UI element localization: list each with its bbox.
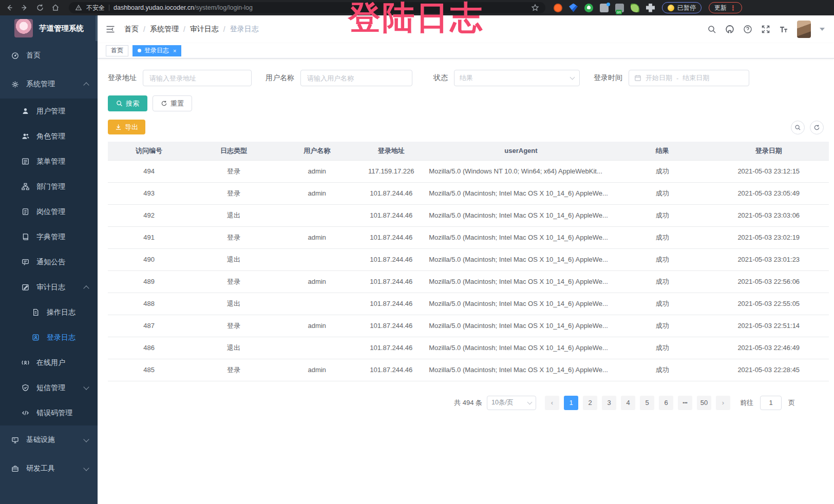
table-row[interactable]: 491登录admin101.87.244.46Mozilla/5.0 (Maci… (108, 226, 829, 248)
table-row[interactable]: 494登录admin117.159.17.226Mozilla/5.0 (Win… (108, 160, 829, 182)
profile-paused-chip[interactable]: 已暂停 (662, 2, 702, 13)
refresh-table-button[interactable] (810, 121, 824, 134)
bookmark-star-icon[interactable] (531, 4, 539, 12)
extension-icon-list[interactable]: on (615, 4, 624, 12)
chevron-down-icon (527, 399, 533, 404)
page-size-select[interactable]: 10条/页 (487, 396, 536, 410)
download-icon (115, 124, 122, 130)
tag-close-icon[interactable]: × (173, 48, 176, 54)
search-icon[interactable] (707, 25, 716, 34)
sidebar-toggle-icon[interactable] (106, 25, 115, 33)
reload-icon[interactable] (36, 4, 44, 12)
security-warning-icon (75, 4, 82, 11)
tag-home[interactable]: 首页 (106, 45, 128, 56)
status-select[interactable]: 结果 (454, 70, 580, 86)
reset-button[interactable]: 重置 (153, 95, 192, 111)
tag-login-log[interactable]: 登录日志 × (132, 45, 181, 56)
table-row[interactable]: 488退出101.87.244.46Mozilla/5.0 (Macintosh… (108, 293, 829, 315)
breadcrumb-item[interactable]: 审计日志 (190, 25, 219, 34)
date-range-picker[interactable]: 开始日期 - 结束日期 (629, 70, 749, 86)
sidebar-item-menu-management[interactable]: 菜单管理 (0, 149, 98, 174)
export-button[interactable]: 导出 (108, 120, 145, 134)
page-button-6[interactable]: 6 (659, 396, 673, 410)
cell-useragent: Mozilla/5.0 (Macintosh; Intel Mac OS X 1… (426, 270, 616, 293)
extension-icon-orange[interactable] (554, 4, 562, 12)
goto-page-input[interactable] (760, 396, 782, 410)
breadcrumb-item[interactable]: 首页 (124, 25, 139, 34)
cell-result: 成功 (616, 160, 709, 182)
cell-id: 494 (108, 160, 190, 182)
navbar-actions (707, 21, 825, 38)
cell-result: 成功 (616, 270, 709, 293)
page-button-4[interactable]: 4 (621, 396, 635, 410)
sidebar-item-post-management[interactable]: 岗位管理 (0, 199, 98, 224)
cell-ip: 101.87.244.46 (356, 293, 426, 315)
extension-icon-sprout[interactable] (631, 4, 639, 12)
more-pages-button[interactable]: ••• (678, 396, 692, 410)
page-button-50[interactable]: 50 (697, 396, 711, 410)
prev-page-button[interactable]: ‹ (545, 396, 559, 410)
sidebar-item-label: 错误码管理 (36, 409, 72, 418)
filter-username: 用户名称 (266, 70, 412, 86)
sidebar-item-online-users[interactable]: 在线用户 (0, 350, 98, 375)
breadcrumb-item[interactable]: 系统管理 (150, 25, 179, 34)
sidebar-item-role-management[interactable]: 角色管理 (0, 124, 98, 149)
page-button-1[interactable]: 1 (564, 396, 578, 410)
col-header-useragent: userAgent (426, 142, 616, 160)
github-icon[interactable] (725, 25, 734, 34)
sidebar-item-audit-log[interactable]: 审计日志 (0, 275, 98, 300)
login-address-input[interactable] (143, 70, 252, 86)
extension-icon-grid[interactable] (600, 4, 609, 12)
fullscreen-icon[interactable] (761, 25, 770, 34)
table-row[interactable]: 485登录admin101.87.244.46Mozilla/5.0 (Maci… (108, 359, 829, 381)
table-row[interactable]: 486退出101.87.244.46Mozilla/5.0 (Macintosh… (108, 337, 829, 359)
sidebar-item-dev-tools[interactable]: 研发工具 (0, 454, 98, 483)
url-divider (109, 5, 109, 11)
back-icon[interactable] (5, 4, 13, 12)
sidebar-item-error-code[interactable]: 错误码管理 (0, 400, 98, 425)
sidebar-item-user-management[interactable]: 用户管理 (0, 99, 98, 124)
font-size-icon[interactable] (779, 25, 788, 34)
extension-icon-gem[interactable] (569, 4, 578, 12)
toggle-search-button[interactable] (791, 121, 805, 134)
extension-icon-puzzle[interactable] (646, 4, 655, 12)
search-button[interactable]: 搜索 (108, 95, 147, 111)
app-logo-image (14, 19, 33, 37)
username-input[interactable] (300, 70, 412, 86)
forward-icon[interactable] (21, 4, 29, 12)
app-title: 芋道管理系统 (39, 24, 84, 33)
sidebar-item-infrastructure[interactable]: 基础设施 (0, 425, 98, 454)
sidebar-item-system-management[interactable]: 系统管理 (0, 70, 98, 99)
sidebar-item-dict-management[interactable]: 字典管理 (0, 224, 98, 249)
table-row[interactable]: 492退出101.87.244.46Mozilla/5.0 (Macintosh… (108, 204, 829, 226)
sidebar-item-label: 用户管理 (36, 107, 65, 116)
page-button-5[interactable]: 5 (640, 396, 654, 410)
avatar-caret-icon[interactable] (820, 28, 825, 31)
table-row[interactable]: 490退出101.87.244.46Mozilla/5.0 (Macintosh… (108, 248, 829, 270)
app-logo-row[interactable]: 芋道管理系统 (0, 15, 98, 41)
table-row[interactable]: 487登录admin101.87.244.46Mozilla/5.0 (Maci… (108, 315, 829, 337)
browser-menu-icon[interactable]: ⋮ (730, 4, 736, 12)
tags-view-bar: 首页 登录日志 × (98, 43, 834, 59)
page-button-2[interactable]: 2 (583, 396, 597, 410)
sidebar-item-sms-management[interactable]: 短信管理 (0, 375, 98, 400)
avatar[interactable] (797, 21, 811, 38)
sidebar-item-dept-management[interactable]: 部门管理 (0, 174, 98, 199)
table-row[interactable]: 489登录admin101.87.244.46Mozilla/5.0 (Maci… (108, 270, 829, 293)
toolbox-icon (11, 465, 19, 473)
table-header-row: 访问编号 日志类型 用户名称 登录地址 userAgent 结果 登录日期 (108, 142, 829, 160)
extension-icon-green[interactable] (584, 4, 593, 12)
table-row[interactable]: 493登录admin101.87.244.46Mozilla/5.0 (Maci… (108, 182, 829, 204)
cell-type: 登录 (190, 160, 277, 182)
sidebar-item-notice[interactable]: 通知公告 (0, 249, 98, 275)
sidebar-item-home[interactable]: 首页 (0, 41, 98, 70)
page-button-3[interactable]: 3 (602, 396, 616, 410)
sidebar-item-operation-log[interactable]: 操作日志 (0, 300, 98, 325)
sidebar-item-login-log[interactable]: 登录日志 (0, 325, 98, 350)
next-page-button[interactable]: › (716, 396, 730, 410)
chevron-up-icon (83, 285, 89, 291)
sidebar-item-label: 岗位管理 (36, 207, 65, 217)
home-icon[interactable] (51, 4, 60, 12)
browser-update-chip[interactable]: 更新 ⋮ (709, 2, 742, 13)
help-icon[interactable] (743, 25, 752, 34)
